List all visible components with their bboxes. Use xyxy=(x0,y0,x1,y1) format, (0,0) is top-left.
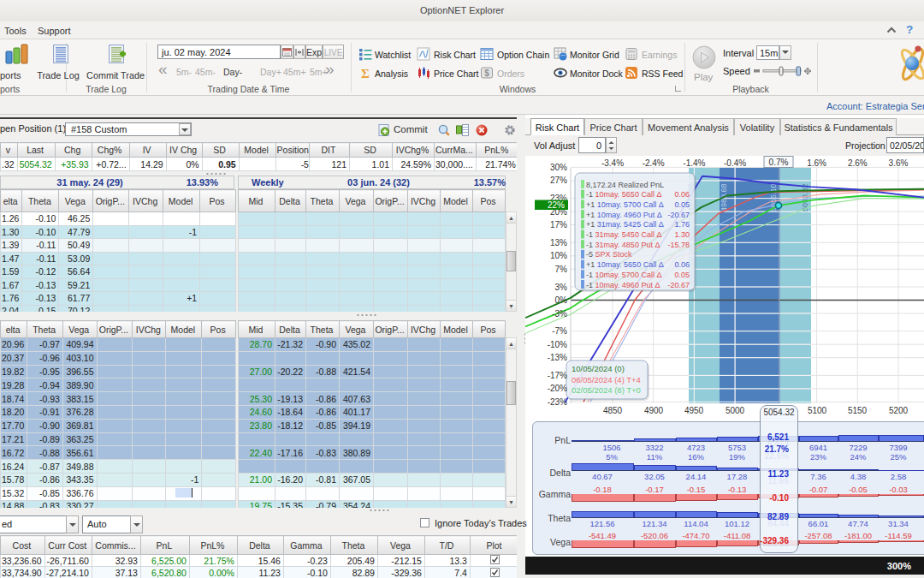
svg-text:4850: 4850 xyxy=(603,406,623,415)
svg-text:10%: 10% xyxy=(550,251,567,260)
svg-text:-3%: -3% xyxy=(552,309,567,319)
svg-text:-1 31may. 4850 Put Δ: -1 31may. 4850 Put Δ xyxy=(586,241,660,249)
svg-text:22%: 22% xyxy=(548,200,565,210)
svg-text:4900: 4900 xyxy=(644,406,664,415)
svg-text:13%: 13% xyxy=(550,238,567,247)
svg-text:-1 10may. 5650 Call Δ: -1 10may. 5650 Call Δ xyxy=(586,190,661,199)
svg-text:0.7%: 0.7% xyxy=(769,158,789,167)
svg-text:0.06: 0.06 xyxy=(674,260,690,269)
svg-text:0.05: 0.05 xyxy=(674,271,690,279)
svg-text:0%: 0% xyxy=(555,295,568,305)
svg-text:-5 SPX Stock: -5 SPX Stock xyxy=(586,250,632,259)
svg-text:$: $ xyxy=(484,69,489,78)
svg-text:7%: 7% xyxy=(555,265,568,274)
svg-text:-10%: -10% xyxy=(548,340,567,349)
svg-text:-7%: -7% xyxy=(552,326,567,336)
svg-text:+1 10may. 5700 Call Δ: +1 10may. 5700 Call Δ xyxy=(586,200,664,209)
svg-text:-2.4%: -2.4% xyxy=(643,158,665,168)
svg-text:3%: 3% xyxy=(555,283,568,292)
svg-text:+1 10may. 5650 Call Δ: +1 10may. 5650 Call Δ xyxy=(586,260,664,269)
svg-text:5100: 5100 xyxy=(808,406,827,415)
svg-text:-15.78: -15.78 xyxy=(667,241,690,249)
svg-text:1.76: 1.76 xyxy=(674,220,690,229)
svg-text:Σ: Σ xyxy=(361,67,370,80)
svg-text:02/05/2024 (8) T+0: 02/05/2024 (8) T+0 xyxy=(572,385,641,395)
svg-text:0.06: 0.06 xyxy=(674,190,690,199)
svg-text:+1 10may. 4960 Put Δ: +1 10may. 4960 Put Δ xyxy=(586,211,662,219)
svg-text:-23%: -23% xyxy=(548,397,567,407)
svg-text:-17%: -17% xyxy=(548,371,567,380)
svg-text:2.6%: 2.6% xyxy=(848,158,868,168)
svg-text:+1 31may. 5425 Call Δ: +1 31may. 5425 Call Δ xyxy=(586,220,664,229)
svg-text:10/05/2024 (0): 10/05/2024 (0) xyxy=(572,364,625,373)
svg-text:-1 10may. 4960 Put Δ: -1 10may. 4960 Put Δ xyxy=(586,281,660,289)
svg-text:5150: 5150 xyxy=(848,406,868,415)
svg-text:-20.67: -20.67 xyxy=(667,281,690,289)
svg-text:-20%: -20% xyxy=(548,384,567,393)
svg-text:-3.4%: -3.4% xyxy=(601,158,624,168)
svg-text:-20.67: -20.67 xyxy=(667,211,690,219)
svg-text:1.6%: 1.6% xyxy=(807,158,826,168)
svg-text:06/05/2024 (4) T+4: 06/05/2024 (4) T+4 xyxy=(572,375,641,384)
svg-text:27%: 27% xyxy=(550,176,567,185)
svg-text:17%: 17% xyxy=(550,220,567,229)
svg-text:1.30: 1.30 xyxy=(674,230,690,239)
svg-text:-13%: -13% xyxy=(548,353,567,362)
svg-text:30%: 30% xyxy=(550,163,567,172)
svg-text:-1 10may. 5700 Call Δ: -1 10may. 5700 Call Δ xyxy=(586,271,661,279)
svg-text:8,172.24 Realized PnL: 8,172.24 Realized PnL xyxy=(586,181,664,189)
svg-text:4950: 4950 xyxy=(684,406,704,415)
svg-text:5200: 5200 xyxy=(889,406,909,415)
svg-text:3.6%: 3.6% xyxy=(889,158,909,168)
svg-text:-1.4%: -1.4% xyxy=(683,158,705,168)
svg-text:-0.4%: -0.4% xyxy=(724,158,746,168)
svg-text:5000: 5000 xyxy=(726,406,745,415)
svg-text:0.05: 0.05 xyxy=(674,200,690,209)
svg-text:-1 31may. 5450 Call Δ: -1 31may. 5450 Call Δ xyxy=(586,230,661,239)
